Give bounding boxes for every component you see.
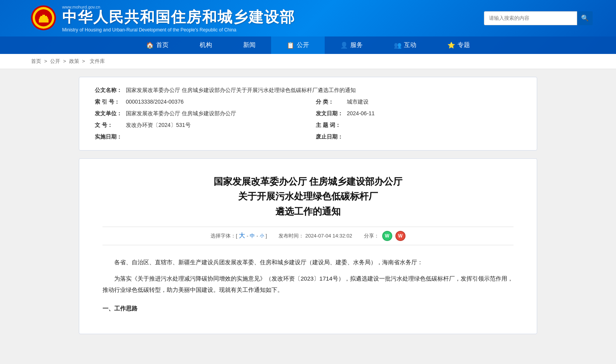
article-body: 各省、自治区、直辖市、新疆生产建设兵团发展改革委、住房和城乡建设厅（建设局、建委…: [103, 257, 513, 314]
doc-info-grid: 公文名称： 国家发展改革委办公厅 住房城乡建设部办公厅关于开展污水处理绿色低碳标…: [95, 87, 521, 140]
gongwen-label: 公文名称：: [95, 87, 126, 94]
fenwu-label: 分 类：: [316, 99, 347, 106]
doc-title-row: 公文名称： 国家发展改革委办公厅 住房城乡建设部办公厅关于开展污水处理绿色低碳标…: [95, 87, 521, 94]
suoyin-label: 索 引 号：: [95, 99, 126, 106]
fenwu-row: 分 类： 城市建设: [316, 99, 521, 106]
nav-item-xinwen[interactable]: 新闻: [228, 36, 271, 54]
font-size-label: 选择字体：[: [211, 232, 237, 239]
article-card: 国家发展改革委办公厅 住房城乡建设部办公厅 关于开展污水处理绿色低碳标杆厂 遴选…: [79, 158, 537, 334]
doc-info-card: 公文名称： 国家发展改革委办公厅 住房城乡建设部办公厅关于开展污水处理绿色低碳标…: [79, 77, 537, 151]
logo-text-area: www.mohurd.gov.cn 中华人民共和国住房和城乡建设部 Minist…: [62, 4, 295, 33]
header: www.mohurd.gov.cn 中华人民共和国住房和城乡建设部 Minist…: [0, 0, 616, 54]
main-nav: 🏠 首页 机构 新闻 📋 公开 👤 服务 👥 互动 ⭐ 专题: [0, 36, 616, 54]
gongwen-value: 国家发展改革委办公厅 住房城乡建设部办公厅关于开展污水处理绿色低碳标杆厂遴选工作…: [126, 87, 521, 94]
fawen-row: 发文单位： 国家发展改革委办公厅 住房城乡建设部办公厅: [95, 110, 300, 117]
font-small-button[interactable]: 小: [260, 233, 264, 239]
breadcrumb-gongkai[interactable]: 公开: [50, 58, 60, 64]
article-meta-bar: 选择字体：[ 大 - 中 - 小 ] 发布时间： 2024-07-04 14:3…: [103, 227, 513, 245]
breadcrumb-zhengce[interactable]: 政策: [69, 58, 79, 64]
logo-area: www.mohurd.gov.cn 中华人民共和国住房和城乡建设部 Minist…: [31, 4, 295, 33]
hudong-icon: 👥: [394, 42, 402, 49]
article-para-1: 各省、自治区、直辖市、新疆生产建设兵团发展改革委、住房和城乡建设厅（建设局、建委…: [103, 257, 513, 268]
nav-item-gongkai[interactable]: 📋 公开: [271, 36, 325, 54]
weibo-share-button[interactable]: W: [395, 231, 405, 241]
breadcrumb-current: 文件库: [90, 58, 105, 64]
suoyin-row: 索 引 号： 000013338/2024-00376: [95, 99, 300, 106]
suoyin-value: 000013338/2024-00376: [126, 99, 300, 105]
wechat-icon: W: [385, 233, 389, 239]
gongkai-icon: 📋: [287, 42, 294, 49]
national-emblem-icon: [31, 5, 56, 31]
svg-rect-3: [39, 19, 49, 23]
fawen-date-label: 发文日期：: [316, 110, 347, 117]
home-icon: 🏠: [146, 42, 154, 49]
wenhao-value: 发改办环资〔2024〕531号: [126, 122, 300, 129]
wenhao-label: 文 号：: [95, 122, 126, 129]
fawen-label: 发文单位：: [95, 110, 126, 117]
svg-rect-6: [42, 15, 45, 16]
fawen-value: 国家发展改革委办公厅 住房城乡建设部办公厅: [126, 110, 300, 117]
fenwu-value: 城市建设: [347, 99, 521, 106]
nav-item-home[interactable]: 🏠 首页: [131, 36, 184, 54]
article-title: 国家发展改革委办公厅 住房城乡建设部办公厅 关于开展污水处理绿色低碳标杆厂 遴选…: [103, 174, 513, 219]
share-area: 分享： W W: [364, 231, 405, 241]
font-medium-button[interactable]: 中: [250, 232, 255, 239]
logo-title-cn: 中华人民共和国住房和城乡建设部: [62, 9, 295, 26]
fawen-date-value: 2024-06-11: [347, 110, 521, 116]
header-search: 🔍: [484, 11, 593, 25]
font-size-controls: 选择字体：[ 大 - 中 - 小 ]: [211, 232, 267, 240]
search-input[interactable]: [484, 11, 577, 25]
main-container: 公文名称： 国家发展改革委办公厅 住房城乡建设部办公厅关于开展污水处理绿色低碳标…: [56, 69, 560, 342]
zhuti-row: 主 题 词：: [316, 122, 521, 129]
tingzhi-row: 废止日期：: [316, 133, 521, 140]
publish-time: 发布时间： 2024-07-04 14:32:02: [278, 232, 352, 239]
zhuanti-icon: ⭐: [447, 42, 455, 49]
wechat-share-button[interactable]: W: [382, 231, 392, 241]
tingzhi-label: 废止日期：: [316, 133, 347, 140]
nav-item-fuwu[interactable]: 👤 服务: [325, 36, 378, 54]
breadcrumb: 首页 > 公开 > 政策 > 文件库: [0, 54, 616, 69]
zhuti-label: 主 题 词：: [316, 122, 347, 129]
article-para-2: 为落实《关于推进污水处理减污降碳协同增效的实施意见》（发改环资〔2023〕171…: [103, 273, 513, 295]
font-large-button[interactable]: 大: [239, 232, 245, 240]
fuwu-icon: 👤: [340, 42, 348, 49]
breadcrumb-home[interactable]: 首页: [31, 58, 41, 64]
fawen-date-row: 发文日期： 2024-06-11: [316, 110, 521, 117]
search-icon: 🔍: [581, 14, 589, 22]
shishi-row: 实施日期：: [95, 133, 300, 140]
section-1-title: 一、工作思路: [103, 303, 513, 314]
nav-item-hudong[interactable]: 👥 互动: [378, 36, 432, 54]
shishi-label: 实施日期：: [95, 133, 126, 140]
weibo-icon: W: [398, 233, 402, 239]
search-button[interactable]: 🔍: [577, 11, 593, 25]
wenhao-row: 文 号： 发改办环资〔2024〕531号: [95, 122, 300, 129]
nav-item-zhuanti[interactable]: ⭐ 专题: [432, 36, 485, 54]
logo-title-en: Ministry of Housing and Urban-Rural Deve…: [62, 27, 295, 33]
nav-item-jigou[interactable]: 机构: [184, 36, 228, 54]
header-top: www.mohurd.gov.cn 中华人民共和国住房和城乡建设部 Minist…: [0, 0, 616, 36]
